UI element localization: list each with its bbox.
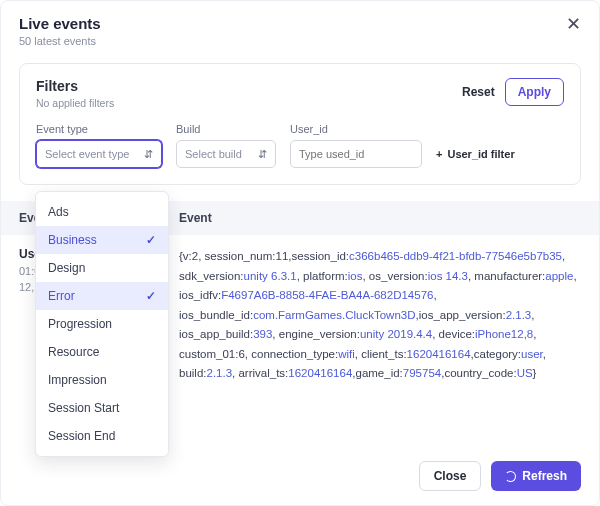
platform-link[interactable]: ios: [348, 270, 363, 282]
apply-button[interactable]: Apply: [505, 78, 564, 106]
connection-type-link[interactable]: wifi: [338, 348, 355, 360]
filters-title: Filters: [36, 78, 114, 94]
event-type-label: Event type: [36, 123, 162, 135]
option-design[interactable]: Design: [36, 254, 168, 282]
live-events-modal: Live events 50 latest events ✕ Filters N…: [0, 0, 600, 506]
refresh-button[interactable]: Refresh: [491, 461, 581, 491]
event-type-placeholder: Select event type: [45, 148, 129, 160]
filters-subtitle: No applied filters: [36, 97, 114, 109]
client-ts-link[interactable]: 1620416164: [407, 348, 471, 360]
option-ads[interactable]: Ads: [36, 198, 168, 226]
check-icon: ✓: [146, 289, 156, 303]
device-link[interactable]: iPhone12,8: [475, 328, 533, 340]
chevron-updown-icon: ⇵: [144, 148, 153, 161]
ios-app-build-link[interactable]: 393: [253, 328, 272, 340]
country-code-link[interactable]: US: [517, 367, 533, 379]
plus-icon: +: [436, 148, 442, 160]
close-icon[interactable]: ✕: [566, 15, 581, 33]
filters-card: Filters No applied filters Reset Apply E…: [19, 63, 581, 185]
sdk-version-link[interactable]: unity 6.3.1: [244, 270, 297, 282]
header-titles: Live events 50 latest events: [19, 15, 101, 47]
option-error[interactable]: Error✓: [36, 282, 168, 310]
user-id-input[interactable]: [290, 140, 422, 168]
build-select[interactable]: Select build ⇵: [176, 140, 276, 168]
add-user-id-filter-button[interactable]: + User_id filter: [436, 140, 515, 168]
option-business[interactable]: Business✓: [36, 226, 168, 254]
session-id-link[interactable]: c366b465-ddb9-4f21-bfdb-77546e5b7b35: [349, 250, 562, 262]
user-id-label: User_id: [290, 123, 422, 135]
option-session-end[interactable]: Session End: [36, 422, 168, 450]
add-filter-label: User_id filter: [447, 148, 514, 160]
row-details: {v:2, session_num:11,session_id:c366b465…: [179, 247, 581, 384]
ios-bundle-id-link[interactable]: com.FarmGames.CluckTown3D: [253, 309, 415, 321]
check-icon: ✓: [146, 233, 156, 247]
modal-footer: Close Refresh: [1, 449, 599, 505]
engine-version-link[interactable]: unity 2019.4.4: [360, 328, 432, 340]
option-resource[interactable]: Resource: [36, 338, 168, 366]
option-session-start[interactable]: Session Start: [36, 394, 168, 422]
category-link[interactable]: user: [521, 348, 543, 360]
close-button[interactable]: Close: [419, 461, 482, 491]
event-type-select[interactable]: Select event type ⇵: [36, 140, 162, 168]
page-title: Live events: [19, 15, 101, 32]
filters-heading: Filters No applied filters: [36, 78, 114, 109]
event-type-dropdown[interactable]: Ads Business✓ Design Error✓ Progression …: [35, 191, 169, 457]
build-link[interactable]: 2.1.3: [207, 367, 233, 379]
col-header-details: Event: [179, 211, 581, 225]
option-progression[interactable]: Progression: [36, 310, 168, 338]
reset-button[interactable]: Reset: [462, 85, 495, 99]
game-id-link[interactable]: 795754: [403, 367, 441, 379]
modal-header: Live events 50 latest events ✕: [1, 1, 599, 57]
page-subtitle: 50 latest events: [19, 35, 101, 47]
refresh-icon: [505, 471, 516, 482]
build-placeholder: Select build: [185, 148, 242, 160]
manufacturer-link[interactable]: apple: [545, 270, 573, 282]
os-version-link[interactable]: ios 14.3: [428, 270, 468, 282]
arrival-ts-link[interactable]: 1620416164: [288, 367, 352, 379]
chevron-updown-icon: ⇵: [258, 148, 267, 161]
option-impression[interactable]: Impression: [36, 366, 168, 394]
ios-app-version-link[interactable]: 2.1.3: [506, 309, 532, 321]
refresh-label: Refresh: [522, 469, 567, 483]
ios-idfv-link[interactable]: F4697A6B-8858-4FAE-BA4A-682D14576: [221, 289, 433, 301]
build-label: Build: [176, 123, 276, 135]
